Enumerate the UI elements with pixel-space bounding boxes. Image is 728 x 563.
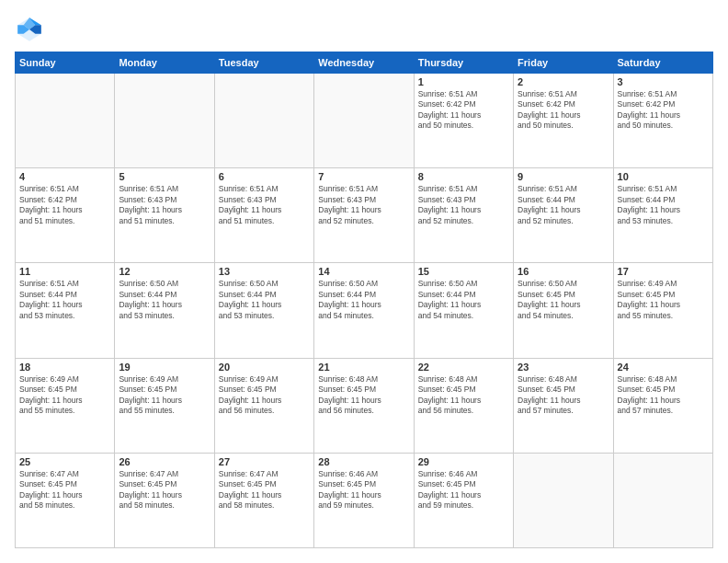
calendar-cell: 22Sunrise: 6:48 AM Sunset: 6:45 PM Dayli… — [414, 358, 513, 453]
logo-icon — [15, 15, 44, 44]
calendar-cell: 18Sunrise: 6:49 AM Sunset: 6:45 PM Dayli… — [16, 358, 115, 453]
calendar-header-tuesday: Tuesday — [214, 52, 313, 74]
calendar-cell: 10Sunrise: 6:51 AM Sunset: 6:44 PM Dayli… — [613, 168, 712, 263]
day-number: 8 — [418, 171, 509, 182]
day-info: Sunrise: 6:49 AM Sunset: 6:45 PM Dayligh… — [119, 374, 210, 417]
day-info: Sunrise: 6:46 AM Sunset: 6:45 PM Dayligh… — [318, 469, 409, 511]
day-info: Sunrise: 6:50 AM Sunset: 6:44 PM Dayligh… — [418, 279, 509, 321]
day-number: 3 — [618, 76, 709, 87]
calendar-cell: 11Sunrise: 6:51 AM Sunset: 6:44 PM Dayli… — [16, 263, 115, 358]
calendar-cell: 6Sunrise: 6:51 AM Sunset: 6:43 PM Daylig… — [214, 168, 313, 263]
day-number: 17 — [618, 266, 709, 277]
day-number: 18 — [19, 362, 110, 373]
day-info: Sunrise: 6:48 AM Sunset: 6:45 PM Dayligh… — [318, 374, 409, 417]
day-info: Sunrise: 6:50 AM Sunset: 6:44 PM Dayligh… — [318, 279, 409, 321]
calendar-cell: 19Sunrise: 6:49 AM Sunset: 6:45 PM Dayli… — [115, 358, 214, 453]
calendar-cell: 25Sunrise: 6:47 AM Sunset: 6:45 PM Dayli… — [16, 453, 115, 547]
day-info: Sunrise: 6:51 AM Sunset: 6:42 PM Dayligh… — [618, 89, 709, 132]
calendar-week-4: 25Sunrise: 6:47 AM Sunset: 6:45 PM Dayli… — [16, 453, 713, 547]
calendar-cell: 4Sunrise: 6:51 AM Sunset: 6:42 PM Daylig… — [16, 168, 115, 263]
day-number: 28 — [318, 456, 409, 467]
day-number: 23 — [518, 362, 609, 373]
day-info: Sunrise: 6:50 AM Sunset: 6:44 PM Dayligh… — [119, 279, 210, 321]
calendar-cell — [514, 453, 613, 547]
calendar-week-2: 11Sunrise: 6:51 AM Sunset: 6:44 PM Dayli… — [16, 263, 713, 358]
calendar-cell: 9Sunrise: 6:51 AM Sunset: 6:44 PM Daylig… — [514, 168, 613, 263]
day-number: 4 — [19, 171, 110, 182]
calendar-week-1: 4Sunrise: 6:51 AM Sunset: 6:42 PM Daylig… — [16, 168, 713, 263]
calendar-week-0: 1Sunrise: 6:51 AM Sunset: 6:42 PM Daylig… — [16, 74, 713, 168]
day-number: 27 — [219, 456, 310, 467]
calendar-cell: 8Sunrise: 6:51 AM Sunset: 6:43 PM Daylig… — [414, 168, 513, 263]
day-info: Sunrise: 6:47 AM Sunset: 6:45 PM Dayligh… — [19, 469, 110, 511]
day-number: 10 — [618, 171, 709, 182]
day-number: 19 — [119, 362, 210, 373]
day-info: Sunrise: 6:48 AM Sunset: 6:45 PM Dayligh… — [618, 374, 709, 417]
calendar-header-row: SundayMondayTuesdayWednesdayThursdayFrid… — [16, 52, 713, 74]
day-info: Sunrise: 6:51 AM Sunset: 6:42 PM Dayligh… — [19, 184, 110, 226]
calendar-cell: 1Sunrise: 6:51 AM Sunset: 6:42 PM Daylig… — [414, 74, 513, 168]
day-info: Sunrise: 6:47 AM Sunset: 6:45 PM Dayligh… — [119, 469, 210, 511]
calendar-cell: 20Sunrise: 6:49 AM Sunset: 6:45 PM Dayli… — [214, 358, 313, 453]
day-info: Sunrise: 6:51 AM Sunset: 6:44 PM Dayligh… — [19, 279, 110, 321]
day-info: Sunrise: 6:51 AM Sunset: 6:43 PM Dayligh… — [119, 184, 210, 226]
day-info: Sunrise: 6:50 AM Sunset: 6:44 PM Dayligh… — [219, 279, 310, 321]
calendar-header-sunday: Sunday — [16, 52, 115, 74]
day-number: 29 — [418, 456, 509, 467]
day-number: 24 — [618, 362, 709, 373]
calendar-cell: 12Sunrise: 6:50 AM Sunset: 6:44 PM Dayli… — [115, 263, 214, 358]
day-info: Sunrise: 6:48 AM Sunset: 6:45 PM Dayligh… — [418, 374, 509, 417]
day-number: 9 — [518, 171, 609, 182]
day-info: Sunrise: 6:49 AM Sunset: 6:45 PM Dayligh… — [19, 374, 110, 417]
calendar-cell: 23Sunrise: 6:48 AM Sunset: 6:45 PM Dayli… — [514, 358, 613, 453]
calendar-cell: 28Sunrise: 6:46 AM Sunset: 6:45 PM Dayli… — [314, 453, 414, 547]
calendar-cell: 14Sunrise: 6:50 AM Sunset: 6:44 PM Dayli… — [314, 263, 414, 358]
calendar-header-thursday: Thursday — [414, 52, 513, 74]
calendar-cell: 5Sunrise: 6:51 AM Sunset: 6:43 PM Daylig… — [115, 168, 214, 263]
day-number: 16 — [518, 266, 609, 277]
day-number: 25 — [19, 456, 110, 467]
calendar-cell: 26Sunrise: 6:47 AM Sunset: 6:45 PM Dayli… — [115, 453, 214, 547]
calendar-cell — [314, 74, 414, 168]
calendar-cell: 29Sunrise: 6:46 AM Sunset: 6:45 PM Dayli… — [414, 453, 513, 547]
calendar-cell — [613, 453, 712, 547]
calendar-cell — [16, 74, 115, 168]
day-number: 20 — [219, 362, 310, 373]
day-number: 2 — [518, 76, 609, 87]
calendar-table: SundayMondayTuesdayWednesdayThursdayFrid… — [15, 52, 713, 548]
calendar-header-wednesday: Wednesday — [314, 52, 414, 74]
calendar-cell — [115, 74, 214, 168]
day-number: 1 — [418, 76, 509, 87]
day-info: Sunrise: 6:48 AM Sunset: 6:45 PM Dayligh… — [518, 374, 609, 417]
day-info: Sunrise: 6:51 AM Sunset: 6:43 PM Dayligh… — [418, 184, 509, 226]
logo — [15, 15, 48, 44]
day-info: Sunrise: 6:51 AM Sunset: 6:43 PM Dayligh… — [219, 184, 310, 226]
calendar-header-friday: Friday — [514, 52, 613, 74]
calendar-cell: 3Sunrise: 6:51 AM Sunset: 6:42 PM Daylig… — [613, 74, 712, 168]
day-number: 12 — [119, 266, 210, 277]
calendar-cell: 27Sunrise: 6:47 AM Sunset: 6:45 PM Dayli… — [214, 453, 313, 547]
calendar-cell: 7Sunrise: 6:51 AM Sunset: 6:43 PM Daylig… — [314, 168, 414, 263]
calendar-header-monday: Monday — [115, 52, 214, 74]
calendar-cell: 15Sunrise: 6:50 AM Sunset: 6:44 PM Dayli… — [414, 263, 513, 358]
day-info: Sunrise: 6:51 AM Sunset: 6:43 PM Dayligh… — [318, 184, 409, 226]
header — [15, 15, 713, 44]
day-number: 5 — [119, 171, 210, 182]
day-number: 7 — [318, 171, 409, 182]
calendar-cell — [214, 74, 313, 168]
day-number: 14 — [318, 266, 409, 277]
day-info: Sunrise: 6:51 AM Sunset: 6:44 PM Dayligh… — [518, 184, 609, 226]
day-info: Sunrise: 6:51 AM Sunset: 6:42 PM Dayligh… — [418, 89, 509, 132]
calendar-cell: 24Sunrise: 6:48 AM Sunset: 6:45 PM Dayli… — [613, 358, 712, 453]
calendar-cell: 17Sunrise: 6:49 AM Sunset: 6:45 PM Dayli… — [613, 263, 712, 358]
day-number: 26 — [119, 456, 210, 467]
day-info: Sunrise: 6:50 AM Sunset: 6:45 PM Dayligh… — [518, 279, 609, 321]
page: SundayMondayTuesdayWednesdayThursdayFrid… — [0, 0, 728, 563]
calendar-week-3: 18Sunrise: 6:49 AM Sunset: 6:45 PM Dayli… — [16, 358, 713, 453]
day-number: 15 — [418, 266, 509, 277]
day-info: Sunrise: 6:49 AM Sunset: 6:45 PM Dayligh… — [618, 279, 709, 321]
calendar-cell: 16Sunrise: 6:50 AM Sunset: 6:45 PM Dayli… — [514, 263, 613, 358]
calendar-cell: 2Sunrise: 6:51 AM Sunset: 6:42 PM Daylig… — [514, 74, 613, 168]
day-info: Sunrise: 6:49 AM Sunset: 6:45 PM Dayligh… — [219, 374, 310, 417]
calendar-cell: 13Sunrise: 6:50 AM Sunset: 6:44 PM Dayli… — [214, 263, 313, 358]
